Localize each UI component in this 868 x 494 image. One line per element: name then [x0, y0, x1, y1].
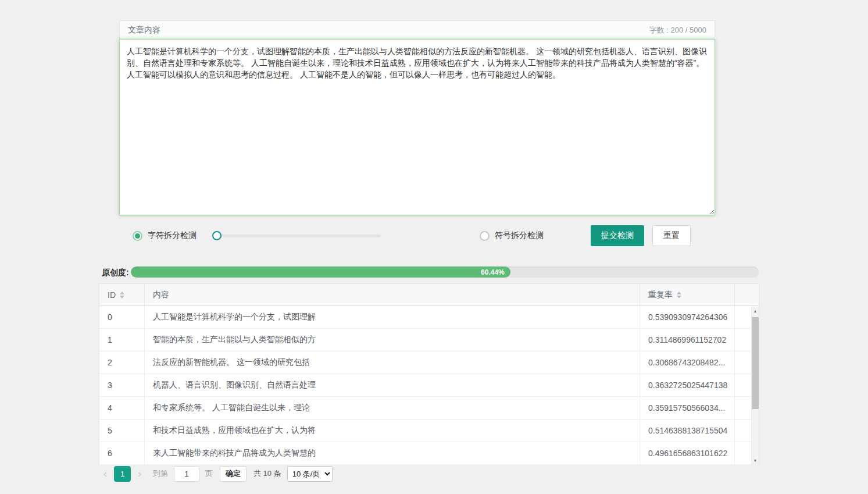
cell-rate: 0.4961656863101622 — [640, 442, 735, 464]
column-header-content: 内容 — [145, 284, 640, 305]
table-header-row: ID 内容 重复率 — [99, 284, 759, 306]
cell-content: 机器人、语言识别、图像识别、自然语言处理 — [145, 374, 640, 396]
sort-desc-icon[interactable] — [677, 296, 681, 298]
sort-desc-icon[interactable] — [120, 296, 124, 298]
table-scrollbar[interactable]: ▲ ▼ — [751, 307, 759, 464]
cell-content: 和专家系统等。 人工智能自诞生以来，理论 — [145, 397, 640, 419]
current-page-button[interactable]: 1 — [114, 466, 131, 482]
column-header-empty — [735, 284, 759, 305]
table-row: 4 和专家系统等。 人工智能自诞生以来，理论 0.35915750566034.… — [99, 397, 759, 420]
table-row: 3 机器人、语言识别、图像识别、自然语言处理 0.363272502544713… — [99, 374, 759, 397]
cell-rate: 0.3114869961152702 — [640, 329, 735, 351]
table-row: 0 人工智能是计算机科学的一个分支，试图理解 0.539093097426430… — [99, 306, 759, 329]
cell-id: 2 — [99, 351, 145, 374]
sort-asc-icon[interactable] — [120, 292, 124, 294]
cell-id: 4 — [99, 397, 145, 419]
results-table: ID 内容 重复率 0 — [99, 283, 759, 464]
goto-page-input[interactable] — [174, 466, 199, 482]
next-page-button[interactable]: › — [133, 468, 146, 480]
cell-id: 0 — [99, 306, 145, 328]
originality-progressbar: 60.44% — [131, 266, 759, 278]
cell-id: 6 — [99, 442, 145, 464]
cell-rate: 0.5146388138715504 — [640, 420, 735, 442]
scrollbar-up-icon[interactable]: ▲ — [752, 307, 759, 315]
originality-label: 原创度: — [102, 268, 129, 278]
cell-content: 智能的本质，生产出能以与人类智能相似的方 — [145, 329, 640, 351]
cell-content: 来人工智能带来的科技产品将成为人类智慧的 — [145, 442, 640, 464]
pagination-bar: ‹ 1 › 到第 页 确定 共 10 条 10 条/页 — [99, 465, 333, 482]
reset-button[interactable]: 重置 — [652, 225, 691, 246]
page-size-select[interactable]: 10 条/页 — [287, 466, 333, 482]
table-body: 0 人工智能是计算机科学的一个分支，试图理解 0.539093097426430… — [99, 306, 759, 464]
submit-button[interactable]: 提交检测 — [591, 225, 644, 246]
radio-unselected-icon — [480, 231, 490, 241]
table-row: 6 来人工智能带来的科技产品将成为人类智慧的 0.496165686310162… — [99, 442, 759, 464]
radio-char-split[interactable]: 字符拆分检测 — [133, 225, 197, 247]
threshold-slider[interactable] — [212, 231, 381, 240]
originality-percent: 60.44% — [481, 268, 510, 276]
article-textarea[interactable]: 人工智能是计算机科学的一个分支，试图理解智能的本质，生产出能以与人类智能相似的方… — [119, 39, 715, 215]
cell-rate: 0.5390930974264306 — [640, 306, 735, 328]
editor-title: 文章内容 — [128, 25, 160, 35]
originality-check-page: 文章内容 字数 : 200 / 5000 人工智能是计算机科学的一个分支，试图理… — [0, 0, 868, 494]
cell-content: 和技术日益成熟，应用领域也在扩大，认为将 — [145, 420, 640, 442]
radio-symbol-split[interactable]: 符号拆分检测 — [480, 225, 544, 247]
sort-asc-icon[interactable] — [677, 292, 681, 294]
cell-id: 1 — [99, 329, 145, 351]
goto-prefix-label: 到第 — [153, 468, 168, 479]
sort-icons[interactable] — [120, 292, 124, 298]
originality-fill: 60.44% — [131, 266, 510, 278]
column-header-rate[interactable]: 重复率 — [640, 284, 735, 305]
cell-rate: 0.35915750566034... — [640, 397, 735, 419]
scrollbar-thumb[interactable] — [752, 317, 759, 409]
total-count-label: 共 10 条 — [253, 468, 281, 479]
slider-handle[interactable] — [212, 231, 222, 240]
radio-selected-icon — [133, 231, 142, 241]
sort-icons[interactable] — [677, 292, 681, 298]
controls-row: 字符拆分检测 符号拆分检测 提交检测 重置 — [119, 225, 715, 247]
table-row: 5 和技术日益成熟，应用领域也在扩大，认为将 0.514638813871550… — [99, 420, 759, 442]
word-count: 字数 : 200 / 5000 — [649, 25, 706, 35]
table-row: 2 法反应的新智能机器。 这一领域的研究包括 0.30686743208482.… — [99, 351, 759, 374]
radio-char-split-label: 字符拆分检测 — [148, 230, 197, 241]
cell-id: 3 — [99, 374, 145, 396]
scrollbar-down-icon[interactable]: ▼ — [752, 456, 759, 464]
prev-page-button[interactable]: ‹ — [99, 468, 112, 480]
radio-symbol-split-label: 符号拆分检测 — [495, 230, 544, 241]
editor-header: 文章内容 字数 : 200 / 5000 — [119, 20, 715, 39]
column-header-id[interactable]: ID — [99, 284, 145, 305]
cell-rate: 0.3632725025447138 — [640, 374, 735, 396]
cell-content: 人工智能是计算机科学的一个分支，试图理解 — [145, 306, 640, 328]
cell-id: 5 — [99, 420, 145, 442]
cell-content: 法反应的新智能机器。 这一领域的研究包括 — [145, 351, 640, 374]
goto-suffix-label: 页 — [205, 468, 213, 479]
slider-track[interactable] — [212, 234, 381, 237]
table-row: 1 智能的本质，生产出能以与人类智能相似的方 0.311486996115270… — [99, 329, 759, 351]
cell-rate: 0.30686743208482... — [640, 351, 735, 374]
confirm-page-button[interactable]: 确定 — [220, 466, 247, 482]
